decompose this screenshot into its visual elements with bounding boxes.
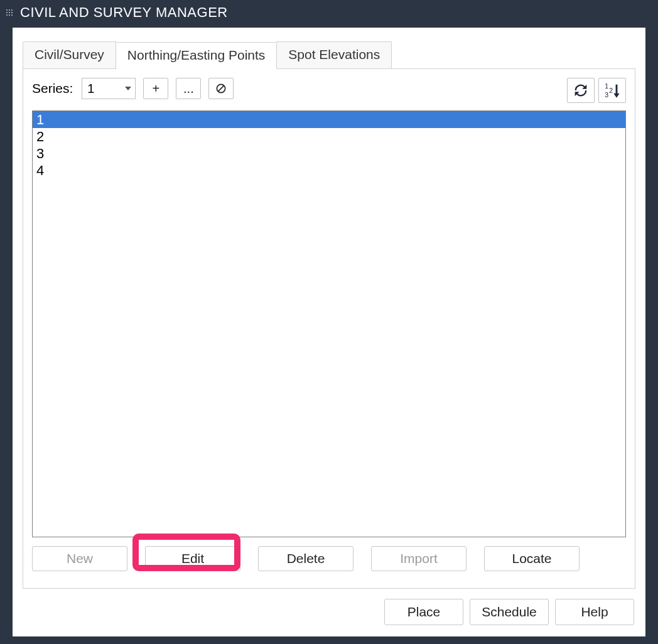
tab-strip: Civil/Survey Northing/Easting Points Spo… [23,34,635,69]
list-item[interactable]: 4 [33,162,625,179]
svg-text:3: 3 [605,91,608,99]
plus-icon: + [153,82,160,96]
app-frame: CIVIL AND SURVEY MANAGER Civil/Survey No… [0,0,658,644]
new-button[interactable]: New [32,546,127,571]
import-button[interactable]: Import [371,546,467,571]
series-dropdown[interactable]: 1 [82,78,136,99]
series-controls: Series: 1 + ... [32,78,626,99]
prohibit-icon [215,82,227,95]
edit-button[interactable]: Edit [145,546,240,571]
list-actions-row: New Edit Delete Import Locate [32,546,626,571]
button-label: New [67,551,93,566]
add-series-button[interactable]: + [143,78,168,99]
place-button[interactable]: Place [384,599,463,625]
sort-numeric-button[interactable]: 1 2 3 [598,78,626,103]
button-label: Edit [181,551,204,566]
list-toolbar: 1 2 3 [567,78,626,103]
refresh-button[interactable] [567,78,595,103]
more-series-button[interactable]: ... [176,78,201,99]
list-item[interactable]: 2 [33,128,625,145]
svg-text:2: 2 [609,87,613,94]
tab-spot-elevations[interactable]: Spot Elevations [276,41,392,68]
points-listbox[interactable]: 1234 [32,110,626,537]
ellipsis-icon: ... [183,82,194,96]
title-bar[interactable]: CIVIL AND SURVEY MANAGER [0,0,658,25]
schedule-button[interactable]: Schedule [470,599,549,625]
button-label: Schedule [482,604,537,620]
button-label: Place [407,604,441,620]
window-title: CIVIL AND SURVEY MANAGER [20,4,228,21]
delete-button[interactable]: Delete [258,546,353,571]
tab-label: Northing/Easting Points [127,48,265,62]
list-item[interactable]: 3 [33,145,625,162]
tab-content: Series: 1 + ... [23,69,635,589]
button-label: Locate [512,551,551,566]
dialog-button-bar: Place Schedule Help [384,599,634,625]
chevron-down-icon [125,87,131,90]
svg-line-1 [218,85,224,91]
button-label: Import [400,551,438,566]
series-label: Series: [32,81,73,96]
tab-label: Spot Elevations [288,47,380,62]
clear-series-button[interactable] [208,78,234,99]
svg-text:1: 1 [605,82,608,90]
refresh-icon [572,82,590,99]
tab-northing-easting[interactable]: Northing/Easting Points [116,42,277,69]
series-value: 1 [87,82,94,96]
button-label: Help [581,604,608,620]
tab-label: Civil/Survey [35,47,104,62]
help-button[interactable]: Help [555,599,634,625]
svg-marker-6 [613,94,619,98]
list-item[interactable]: 1 [33,111,625,128]
sort-numeric-icon: 1 2 3 [603,82,621,99]
main-panel: Civil/Survey Northing/Easting Points Spo… [13,28,645,636]
tab-civil-survey[interactable]: Civil/Survey [23,41,116,68]
locate-button[interactable]: Locate [484,546,580,571]
grip-icon [3,6,14,19]
button-label: Delete [287,551,325,566]
